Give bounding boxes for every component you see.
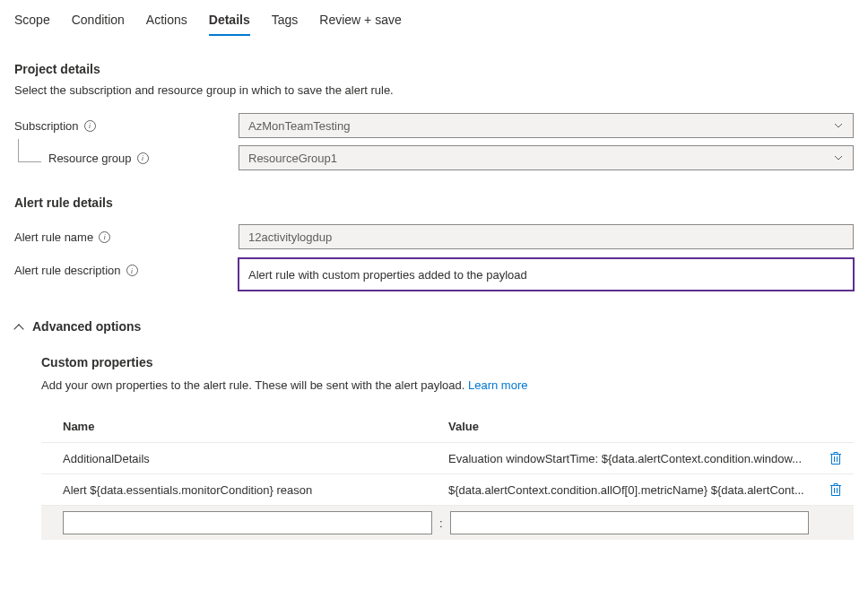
advanced-options-toggle[interactable]: Advanced options xyxy=(14,319,854,334)
tab-bar: Scope Condition Actions Details Tags Rev… xyxy=(14,0,854,37)
tab-condition[interactable]: Condition xyxy=(72,9,125,36)
tab-review-save[interactable]: Review + save xyxy=(319,9,401,36)
subscription-label-text: Subscription xyxy=(14,119,79,133)
alert-rule-description-label-text: Alert rule description xyxy=(14,264,121,277)
custom-properties-desc-text: Add your own properties to the alert rul… xyxy=(41,378,468,392)
indent-connector-icon xyxy=(18,139,41,162)
trash-icon[interactable] xyxy=(829,482,842,497)
property-name-cell: Alert ${data.essentials.monitorCondition… xyxy=(63,483,448,497)
chevron-down-icon xyxy=(833,152,844,163)
subscription-dropdown[interactable]: AzMonTeamTesting xyxy=(239,113,854,138)
resource-group-value: ResourceGroup1 xyxy=(248,152,337,165)
trash-icon[interactable] xyxy=(829,451,842,465)
project-details-desc: Select the subscription and resource gro… xyxy=(14,83,854,97)
learn-more-link[interactable]: Learn more xyxy=(468,378,527,392)
chevron-up-icon xyxy=(14,322,23,331)
custom-properties-title: Custom properties xyxy=(41,355,854,369)
col-header-name: Name xyxy=(63,420,448,433)
tab-tags[interactable]: Tags xyxy=(272,9,299,36)
table-row: AdditionalDetails Evaluation windowStart… xyxy=(41,443,854,474)
info-icon[interactable]: i xyxy=(137,152,149,164)
subscription-label: Subscription i xyxy=(14,119,239,133)
info-icon[interactable]: i xyxy=(84,120,96,132)
alert-rule-description-input[interactable] xyxy=(239,258,854,291)
alert-rule-description-label: Alert rule description i xyxy=(14,258,239,277)
new-property-value-input[interactable] xyxy=(450,511,809,534)
col-header-value: Value xyxy=(448,420,846,433)
property-name-cell: AdditionalDetails xyxy=(63,452,448,465)
project-details-title: Project details xyxy=(14,62,854,76)
resource-group-label: Resource group i xyxy=(14,152,239,165)
new-property-row: : xyxy=(41,506,854,540)
alert-rule-name-value: 12activitylogdup xyxy=(248,230,332,244)
tab-details[interactable]: Details xyxy=(209,9,250,36)
alert-rule-details-title: Alert rule details xyxy=(14,195,854,210)
info-icon[interactable]: i xyxy=(99,231,110,243)
alert-rule-name-label-text: Alert rule name xyxy=(14,230,93,244)
table-header: Name Value xyxy=(41,411,854,443)
resource-group-dropdown[interactable]: ResourceGroup1 xyxy=(239,145,854,170)
resource-group-label-text: Resource group xyxy=(48,152,132,165)
subscription-value: AzMonTeamTesting xyxy=(248,119,350,133)
alert-rule-name-label: Alert rule name i xyxy=(14,230,239,244)
tab-actions[interactable]: Actions xyxy=(146,9,187,36)
custom-properties-table: Name Value AdditionalDetails Evaluation … xyxy=(41,410,854,540)
table-row: Alert ${data.essentials.monitorCondition… xyxy=(41,474,854,506)
alert-rule-name-input: 12activitylogdup xyxy=(239,224,854,249)
property-value-cell: ${data.alertContext.condition.allOf[0].m… xyxy=(448,483,825,497)
info-icon[interactable]: i xyxy=(126,265,138,276)
property-value-cell: Evaluation windowStartTime: ${data.alert… xyxy=(448,452,825,465)
chevron-down-icon xyxy=(833,120,844,131)
advanced-options-label: Advanced options xyxy=(32,319,141,334)
tab-scope[interactable]: Scope xyxy=(14,9,50,36)
new-property-name-input[interactable] xyxy=(63,511,432,534)
custom-properties-desc: Add your own properties to the alert rul… xyxy=(41,378,854,392)
colon-separator: : xyxy=(439,517,443,530)
